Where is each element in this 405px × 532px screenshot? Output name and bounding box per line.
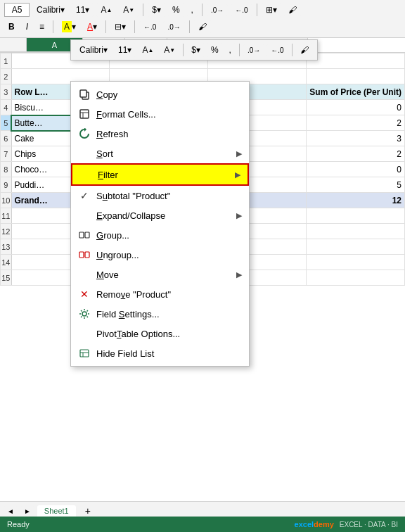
divider-row2b <box>105 20 106 33</box>
decrease-font-button[interactable]: A▼ <box>160 43 179 57</box>
dec-dec-tb[interactable]: ←.0 <box>231 4 252 16</box>
row-header-4[interactable]: 4 <box>1 100 12 115</box>
cell-d1[interactable] <box>307 53 405 69</box>
size-dropdown[interactable]: 11 ▾ <box>114 43 136 57</box>
increase-decimal-button[interactable]: .0→ <box>243 44 264 56</box>
row-header-6[interactable]: 6 <box>1 131 12 146</box>
comma-button[interactable]: , <box>225 43 236 57</box>
left-indent-btn[interactable]: ←.0 <box>139 21 160 33</box>
menu-item-remove[interactable]: ✕ Remove "Product" <box>71 284 249 304</box>
cell-d6[interactable]: 3 <box>307 131 405 146</box>
toolbar-font-size: 11 <box>76 5 85 15</box>
bold-button[interactable]: B <box>4 20 19 34</box>
paint-tb[interactable]: 🖌 <box>284 3 301 17</box>
menu-item-subtotal[interactable]: ✓ Subtotal "Product" <box>71 186 249 205</box>
menu-item-move[interactable]: Move ▶ <box>71 265 249 284</box>
refresh-label: Refresh <box>96 129 242 139</box>
menu-item-expand-collapse[interactable]: Expand/Collapse ▶ <box>71 205 249 225</box>
decrease-decimal-button[interactable]: ←.0 <box>266 44 288 56</box>
row-header-1[interactable]: 1 <box>1 53 12 69</box>
menu-item-format-cells[interactable]: Format Cells... <box>71 104 249 124</box>
size-select-btn[interactable]: 11▾ <box>72 3 94 17</box>
row-header-5[interactable]: 5 <box>1 115 12 131</box>
cell-d10[interactable]: 12 <box>307 193 405 208</box>
inc-dec-tb[interactable]: .0→ <box>207 4 228 16</box>
sheet-tab-1[interactable]: Sheet1 <box>37 505 76 517</box>
menu-item-hide-field-list[interactable]: Hide Field List <box>71 343 249 363</box>
row-header-12[interactable]: 12 <box>1 224 12 239</box>
right-indent-btn[interactable]: .0→ <box>163 21 184 33</box>
scroll-left-btn[interactable]: ◄ <box>4 506 18 517</box>
cell-d7[interactable]: 2 <box>307 146 405 162</box>
row-header-2[interactable]: 2 <box>1 69 12 84</box>
row-header-13[interactable]: 13 <box>1 239 12 255</box>
row-header-11[interactable]: 11 <box>1 208 12 224</box>
increase-font-tb[interactable]: A▲ <box>96 3 116 17</box>
filter-label: Filter <box>98 170 229 180</box>
row-header-14[interactable]: 14 <box>1 255 12 270</box>
borders-tb[interactable]: ⊞▾ <box>262 3 281 17</box>
font-dropdown[interactable]: Calibri ▾ <box>75 43 112 57</box>
menu-item-pivottable-options[interactable]: PivotTable Options... <box>71 324 249 343</box>
cell-d9[interactable]: 5 <box>307 177 405 193</box>
remove-icon: ✕ <box>78 288 91 300</box>
highlight-button[interactable]: A▾ <box>58 19 80 34</box>
toolbar-row2: B I ≡ A▾ A▾ ⊟▾ ←.0 .0→ 🖌 <box>4 19 401 34</box>
menu-item-copy[interactable]: Copy <box>71 84 249 104</box>
font-name: Calibri <box>79 45 103 55</box>
row-header-15[interactable]: 15 <box>1 270 12 286</box>
menu-item-refresh[interactable]: Refresh <box>71 124 249 144</box>
align-button[interactable]: ≡ <box>35 20 49 34</box>
filter-arrow: ▶ <box>235 170 240 179</box>
brand-label: exceldemy <box>295 520 334 528</box>
menu-item-group[interactable]: Group... <box>71 225 249 245</box>
paint-row2-btn[interactable]: 🖌 <box>194 20 211 34</box>
svg-rect-10 <box>80 350 89 357</box>
scroll-right-btn[interactable]: ► <box>20 506 34 517</box>
move-arrow: ▶ <box>236 270 242 279</box>
cell-d5[interactable]: 2 <box>307 115 405 131</box>
svg-rect-2 <box>80 110 89 118</box>
ungroup-icon <box>78 248 91 261</box>
cell-d2[interactable] <box>307 69 405 84</box>
move-icon <box>78 268 91 281</box>
increase-font-button[interactable]: A▲ <box>138 43 158 57</box>
percent-tb[interactable]: % <box>168 3 184 17</box>
cell-d14[interactable] <box>307 255 405 270</box>
decrease-font-tb[interactable]: A▼ <box>119 3 139 17</box>
expand-arrow: ▶ <box>236 211 242 220</box>
hide-field-list-label: Hide Field List <box>96 348 242 359</box>
italic-button[interactable]: I <box>22 20 32 34</box>
cell-d8[interactable]: 0 <box>307 162 405 177</box>
row-header-9[interactable]: 9 <box>1 177 12 193</box>
refresh-icon <box>78 127 91 140</box>
dollar-tb[interactable]: $▾ <box>148 3 165 17</box>
cell-d11[interactable] <box>307 208 405 224</box>
row-header-10[interactable]: 10 <box>1 193 12 208</box>
borders-row2-btn[interactable]: ⊟▾ <box>110 20 130 34</box>
row-header-8[interactable]: 8 <box>1 162 12 177</box>
paint-button[interactable]: 🖌 <box>296 43 313 57</box>
cell-d4[interactable]: 0 <box>307 100 405 115</box>
cell-d13[interactable] <box>307 239 405 255</box>
menu-item-filter[interactable]: Filter ▶ <box>71 163 249 186</box>
cell-d15[interactable] <box>307 270 405 286</box>
sort-label: Sort <box>96 148 231 159</box>
hide-field-icon <box>78 347 91 360</box>
cell-reference[interactable]: A5 <box>4 3 30 17</box>
dollar-button[interactable]: $▾ <box>187 43 205 57</box>
row-header-3[interactable]: 3 <box>1 84 12 100</box>
menu-item-field-settings[interactable]: Field Settings... <box>71 304 249 324</box>
percent-button[interactable]: % <box>207 43 223 57</box>
cell-d12[interactable] <box>307 224 405 239</box>
remove-label: Remove "Product" <box>96 289 242 300</box>
cell-d3[interactable]: Sum of Price (Per Unit) <box>307 84 405 100</box>
font-color-button[interactable]: A▾ <box>83 20 101 34</box>
add-sheet-btn[interactable]: + <box>82 505 94 517</box>
font-select-btn[interactable]: Calibri▾ <box>32 3 69 17</box>
row-header-7[interactable]: 7 <box>1 146 12 162</box>
comma-tb[interactable]: , <box>187 3 198 17</box>
menu-item-ungroup[interactable]: Ungroup... <box>71 245 249 265</box>
divider <box>183 44 184 56</box>
menu-item-sort[interactable]: Sort ▶ <box>71 144 249 163</box>
